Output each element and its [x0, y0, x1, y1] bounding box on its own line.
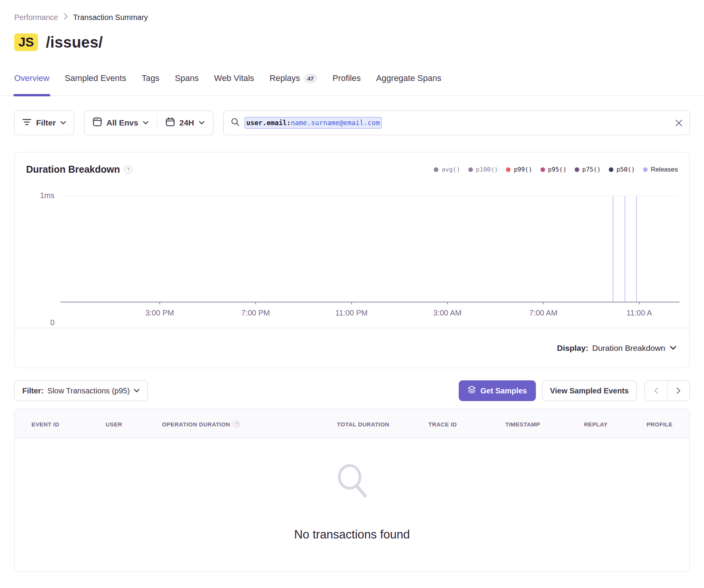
tab-aggregate-spans[interactable]: Aggregate Spans: [376, 73, 441, 96]
column-header-replay[interactable]: REPLAY: [540, 421, 608, 428]
breadcrumb-transaction-summary: Transaction Summary: [73, 13, 148, 22]
tab-tags[interactable]: Tags: [142, 73, 159, 96]
column-header-timestamp[interactable]: TIMESTAMP: [457, 421, 540, 428]
y-axis-label-bottom: 0: [50, 318, 55, 327]
tab-spans[interactable]: Spans: [175, 73, 198, 96]
calendar-icon: [166, 117, 175, 128]
page-title: /issues/: [46, 34, 102, 51]
column-header-event-id[interactable]: EVENT ID: [31, 421, 106, 428]
chart-legend: avg() p100() p99() p95() p75() p50() Rel…: [434, 166, 678, 173]
page-header: JS /issues/: [14, 33, 690, 51]
samples-actions: Get Samples View Sampled Events: [459, 380, 690, 401]
search-icon: [231, 117, 240, 128]
pagination: [645, 380, 690, 401]
display-selector-row: Display: Duration Breakdown: [15, 328, 689, 368]
chevron-right-icon: [676, 387, 681, 394]
platform-badge-js: JS: [14, 33, 38, 51]
empty-state-message: No transactions found: [294, 528, 410, 542]
chevron-left-icon: [654, 387, 658, 394]
env-date-combo: All Envs 24H: [84, 111, 213, 135]
transaction-summary-page: Performance Transaction Summary JS /issu…: [0, 0, 704, 572]
column-header-operation-duration[interactable]: OPERATION DURATION ?: [162, 421, 297, 428]
tab-profiles[interactable]: Profiles: [332, 73, 360, 96]
tab-overview[interactable]: Overview: [14, 73, 50, 96]
operation-duration-help-icon[interactable]: ?: [233, 421, 240, 428]
chevron-right-icon: [64, 13, 68, 22]
search-input[interactable]: user.email:name.surname@email.com: [223, 111, 690, 135]
replays-count-badge: 47: [304, 74, 317, 83]
chart-help-icon[interactable]: ?: [124, 165, 132, 173]
filter-button[interactable]: Filter: [14, 111, 74, 135]
x-axis-label: 11:00 PM: [335, 309, 368, 317]
legend-item-p50[interactable]: p50(): [609, 166, 635, 173]
legend-dot: [434, 167, 438, 172]
column-header-profile[interactable]: PROFILE: [608, 421, 673, 428]
stack-icon: [468, 386, 476, 396]
window-icon: [93, 117, 102, 128]
legend-item-p75[interactable]: p75(): [575, 166, 601, 173]
legend-item-p95[interactable]: p95(): [540, 166, 567, 173]
x-axis-label: 7:00 AM: [529, 309, 557, 317]
column-header-trace-id[interactable]: TRACE ID: [389, 421, 457, 428]
date-range-selector[interactable]: 24H: [157, 111, 213, 135]
column-header-user[interactable]: USER: [106, 421, 162, 428]
view-sampled-events-button[interactable]: View Sampled Events: [542, 380, 637, 401]
search-query-token[interactable]: user.email:name.surname@email.com: [245, 117, 382, 129]
samples-toolbar: Filter: Slow Transactions (p95) Get Samp…: [14, 380, 690, 401]
legend-dot: [609, 167, 613, 172]
next-page-button[interactable]: [667, 381, 689, 401]
legend-item-p99[interactable]: p99(): [506, 166, 532, 173]
chart-title: Duration Breakdown: [26, 164, 120, 175]
x-axis-labels: 3:00 PM 7:00 PM 11:00 PM 3:00 AM 7:00 AM…: [61, 302, 679, 322]
legend-dot: [643, 167, 648, 172]
breadcrumb-performance[interactable]: Performance: [14, 13, 58, 22]
y-axis-label-top: 1ms: [40, 191, 55, 200]
legend-dot: [506, 167, 511, 172]
tab-bar: Overview Sampled Events Tags Spans Web V…: [0, 73, 704, 96]
legend-item-releases[interactable]: Releases: [643, 166, 678, 173]
duration-breakdown-card: Duration Breakdown ? avg() p100() p99() …: [14, 152, 690, 368]
environment-selector[interactable]: All Envs: [84, 111, 157, 135]
display-selector[interactable]: Duration Breakdown: [592, 344, 676, 353]
x-axis-label: 7:00 PM: [241, 309, 270, 317]
tab-sampled-events[interactable]: Sampled Events: [65, 73, 126, 96]
release-marker-line[interactable]: [636, 196, 637, 302]
legend-item-avg[interactable]: avg(): [434, 166, 460, 173]
chart-canvas[interactable]: [61, 196, 679, 302]
legend-dot: [575, 167, 579, 172]
chevron-down-icon: [670, 346, 676, 350]
previous-page-button[interactable]: [645, 381, 667, 401]
legend-dot: [540, 167, 545, 172]
empty-state: No transactions found: [15, 438, 689, 571]
chevron-down-icon: [199, 121, 205, 125]
display-label: Display:: [557, 344, 588, 353]
filter-lines-icon: [22, 118, 31, 127]
breadcrumb: Performance Transaction Summary: [14, 13, 690, 22]
chevron-down-icon: [143, 121, 149, 125]
empty-search-icon: [329, 459, 375, 506]
legend-dot: [468, 167, 473, 172]
table-header-row: EVENT ID USER OPERATION DURATION ? TOTAL…: [15, 409, 689, 438]
clear-search-icon[interactable]: [675, 119, 683, 127]
filter-bar: Filter All Envs 24H: [14, 111, 690, 135]
column-header-total-duration[interactable]: TOTAL DURATION: [297, 421, 389, 428]
y-axis: 1ms 0: [15, 196, 61, 322]
release-marker-line[interactable]: [613, 196, 613, 302]
legend-item-p100[interactable]: p100(): [468, 166, 498, 173]
tab-replays[interactable]: Replays 47: [269, 73, 317, 96]
x-axis-label: 11:00 A: [626, 309, 652, 317]
release-marker-line[interactable]: [625, 196, 625, 302]
chevron-down-icon: [134, 389, 140, 393]
x-axis-label: 3:00 AM: [433, 309, 461, 317]
tab-web-vitals[interactable]: Web Vitals: [214, 73, 254, 96]
chevron-down-icon: [60, 121, 66, 125]
get-samples-button[interactable]: Get Samples: [459, 380, 536, 401]
transaction-filter-selector[interactable]: Filter: Slow Transactions (p95): [14, 380, 148, 401]
transactions-table: EVENT ID USER OPERATION DURATION ? TOTAL…: [14, 409, 690, 572]
x-axis-label: 3:00 PM: [145, 309, 174, 317]
chart-header: Duration Breakdown ? avg() p100() p99() …: [15, 152, 689, 175]
chart-plot-area: 1ms 0 3:00 PM 7:00 PM: [15, 196, 679, 322]
